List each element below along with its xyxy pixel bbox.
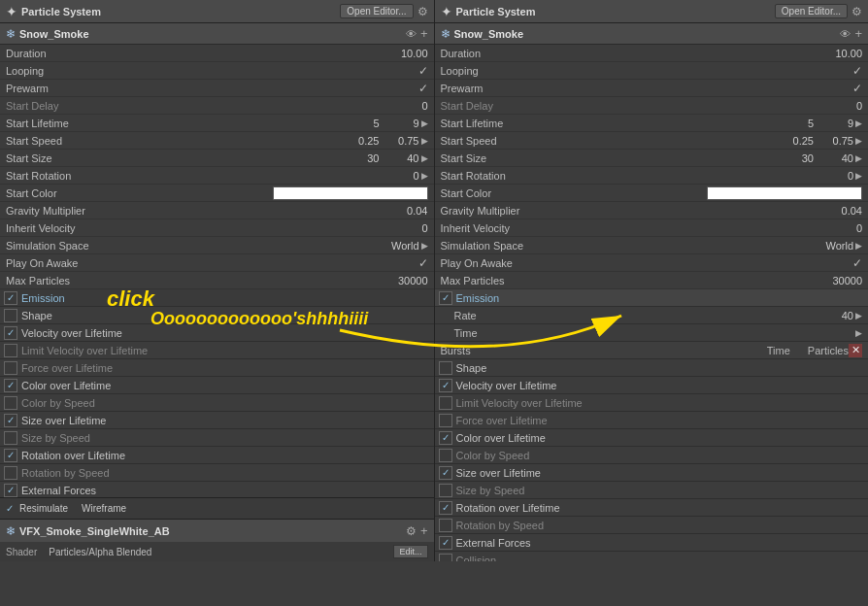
module-force-check[interactable] (4, 361, 17, 375)
right-open-editor-button[interactable]: Open Editor... (775, 4, 848, 18)
right-prop-sim-space-value[interactable]: World (815, 240, 853, 252)
module-limit-velocity-check[interactable] (4, 344, 17, 357)
right-module-limit-velocity-check[interactable] (439, 396, 452, 410)
prop-sim-space-value[interactable]: World (381, 240, 419, 252)
right-module-size-speed[interactable]: Size by Speed (435, 482, 869, 499)
right-module-force-check[interactable] (439, 414, 452, 427)
module-rotation-speed[interactable]: Rotation by Speed (0, 464, 434, 482)
prop-play-awake-check[interactable]: ✓ (418, 256, 428, 270)
right-module-velocity[interactable]: ✓ Velocity over Lifetime (435, 377, 869, 394)
right-bursts-remove-btn[interactable]: ✕ (849, 344, 862, 357)
right-prop-start-rotation-value[interactable]: 0 (815, 170, 853, 182)
prop-looping-check[interactable]: ✓ (418, 64, 428, 78)
left-footer-gear[interactable]: ⚙ (406, 524, 417, 538)
right-module-shape[interactable]: Shape (435, 359, 869, 377)
prop-max-particles-value[interactable]: 30000 (389, 275, 428, 286)
module-emission[interactable]: ✓ Emission (0, 289, 434, 307)
prop-start-lifetime-v2[interactable]: 9 (385, 118, 419, 129)
prop-inherit-velocity-value[interactable]: 0 (389, 222, 428, 234)
wireframe-label[interactable]: Wireframe (82, 503, 126, 514)
right-module-collision-check[interactable] (439, 554, 452, 562)
prop-start-size-v2[interactable]: 40 (385, 152, 419, 164)
right-gear-icon[interactable]: ⚙ (851, 5, 862, 18)
module-color[interactable]: ✓ Color over Lifetime (0, 377, 434, 394)
right-add-icon[interactable]: + (854, 26, 862, 41)
prop-start-rotation-value[interactable]: 0 (381, 170, 419, 182)
right-module-rotation[interactable]: ✓ Rotation over Lifetime (435, 499, 869, 517)
right-module-size[interactable]: ✓ Size over Lifetime (435, 464, 869, 482)
right-module-color-speed-check[interactable] (439, 449, 452, 462)
left-footer-plus[interactable]: + (420, 523, 428, 538)
right-prop-duration-value[interactable]: 10.00 (823, 48, 862, 59)
right-eye-icon[interactable]: 👁 (840, 28, 851, 40)
right-module-size-speed-check[interactable] (439, 484, 452, 497)
right-module-limit-velocity[interactable]: Limit Velocity over Lifetime (435, 394, 869, 412)
prop-start-lifetime-v1[interactable]: 5 (346, 118, 380, 129)
prop-start-size-v1[interactable]: 30 (346, 152, 380, 164)
right-emission-header[interactable]: ✓ Emission (435, 289, 869, 307)
module-rotation-check[interactable]: ✓ (4, 449, 17, 462)
module-shape-check[interactable] (4, 309, 17, 322)
left-eye-icon[interactable]: 👁 (406, 28, 417, 40)
right-module-external-forces-check[interactable]: ✓ (439, 536, 452, 550)
module-velocity[interactable]: ✓ Velocity over Lifetime (0, 324, 434, 342)
module-limit-velocity[interactable]: Limit Velocity over Lifetime (0, 342, 434, 359)
left-edit-button[interactable]: Edit... (393, 545, 427, 558)
right-prop-prewarm-check[interactable]: ✓ (852, 82, 862, 95)
left-open-editor-button[interactable]: Open Editor... (340, 4, 413, 18)
right-prop-max-particles-value[interactable]: 30000 (823, 275, 862, 286)
module-force[interactable]: Force over Lifetime (0, 359, 434, 377)
right-module-velocity-check[interactable]: ✓ (439, 379, 452, 392)
module-size-speed[interactable]: Size by Speed (0, 429, 434, 447)
right-prop-start-size-v1[interactable]: 30 (780, 152, 814, 164)
resimulate-label[interactable]: Resimulate (19, 503, 68, 514)
right-prop-start-delay-value[interactable]: 0 (823, 100, 862, 112)
module-color-speed[interactable]: Color by Speed (0, 394, 434, 412)
right-module-shape-check[interactable] (439, 361, 452, 375)
right-module-rotation-speed[interactable]: Rotation by Speed (435, 517, 869, 534)
module-rotation-speed-check[interactable] (4, 466, 17, 480)
right-rate-value[interactable]: 40 (815, 310, 853, 321)
right-module-force[interactable]: Force over Lifetime (435, 412, 869, 429)
module-color-check[interactable]: ✓ (4, 379, 17, 392)
right-module-color-check[interactable]: ✓ (439, 431, 452, 445)
right-module-rotation-check[interactable]: ✓ (439, 501, 452, 515)
right-prop-start-size-v2[interactable]: 40 (819, 152, 853, 164)
module-shape[interactable]: Shape (0, 307, 434, 324)
module-velocity-check[interactable]: ✓ (4, 326, 17, 340)
right-prop-start-lifetime-v2[interactable]: 9 (819, 118, 853, 129)
right-module-collision[interactable]: Collision (435, 552, 869, 561)
prop-duration-value[interactable]: 10.00 (389, 48, 428, 59)
module-size-check[interactable]: ✓ (4, 414, 17, 427)
right-prop-play-awake-check[interactable]: ✓ (852, 256, 862, 270)
module-size[interactable]: ✓ Size over Lifetime (0, 412, 434, 429)
prop-start-color-swatch[interactable] (273, 186, 428, 200)
module-external-forces[interactable]: ✓ External Forces (0, 482, 434, 497)
left-gear-icon[interactable]: ⚙ (417, 5, 428, 18)
right-prop-start-color-swatch[interactable] (707, 186, 862, 200)
prop-inherit-velocity: Inherit Velocity 0 (0, 219, 434, 237)
right-prop-start-speed-v1[interactable]: 0.25 (780, 135, 814, 147)
left-add-icon[interactable]: + (420, 26, 428, 41)
right-module-rotation-speed-check[interactable] (439, 519, 452, 532)
right-module-color[interactable]: ✓ Color over Lifetime (435, 429, 869, 447)
prop-prewarm-check[interactable]: ✓ (418, 82, 428, 95)
right-prop-inherit-velocity-value[interactable]: 0 (823, 222, 862, 234)
right-module-emission-check[interactable]: ✓ (439, 291, 452, 305)
right-module-external-forces[interactable]: ✓ External Forces (435, 534, 869, 552)
right-prop-start-lifetime-v1[interactable]: 5 (780, 118, 814, 129)
module-external-forces-check[interactable]: ✓ (4, 484, 17, 497)
right-prop-looping-check[interactable]: ✓ (852, 64, 862, 78)
right-module-size-check[interactable]: ✓ (439, 466, 452, 480)
prop-gravity-value[interactable]: 0.04 (389, 205, 428, 217)
module-emission-check[interactable]: ✓ (4, 291, 17, 305)
prop-start-speed-v2[interactable]: 0.75 (385, 135, 419, 147)
right-prop-start-speed-v2[interactable]: 0.75 (819, 135, 853, 147)
module-rotation[interactable]: ✓ Rotation over Lifetime (0, 447, 434, 464)
prop-start-speed-v1[interactable]: 0.25 (346, 135, 380, 147)
right-prop-gravity-value[interactable]: 0.04 (823, 205, 862, 217)
module-size-speed-check[interactable] (4, 431, 17, 445)
prop-start-delay-value[interactable]: 0 (389, 100, 428, 112)
right-module-color-speed[interactable]: Color by Speed (435, 447, 869, 464)
module-color-speed-check[interactable] (4, 396, 17, 410)
